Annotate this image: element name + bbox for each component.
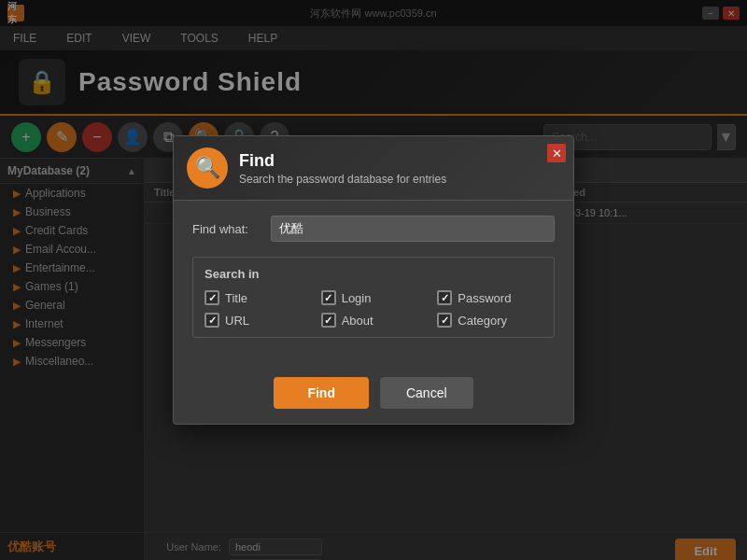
modal-close-button[interactable]: ✕: [547, 144, 566, 162]
find-label: Find what:: [192, 222, 260, 236]
modal-header: 🔍 Find Search the password database for …: [174, 136, 573, 201]
checkbox-login[interactable]: Login: [321, 290, 427, 305]
checkbox-password[interactable]: Password: [437, 290, 543, 305]
modal-overlay: 🔍 Find Search the password database for …: [0, 0, 747, 560]
checkbox-password-label: Password: [458, 291, 511, 305]
search-in-title: Search in: [204, 267, 543, 281]
checkbox-grid: Title Login Password URL: [204, 290, 543, 328]
modal-title: Find: [239, 151, 446, 171]
checkbox-category-box: [437, 313, 452, 328]
checkbox-about-label: About: [342, 314, 374, 328]
checkbox-login-label: Login: [342, 291, 372, 305]
checkbox-url-box: [204, 313, 219, 328]
checkbox-category-label: Category: [458, 314, 507, 328]
modal-title-area: Find Search the password database for en…: [239, 151, 446, 186]
checkbox-login-box: [321, 290, 336, 305]
checkbox-url-label: URL: [225, 314, 249, 328]
checkbox-password-box: [437, 290, 452, 305]
cancel-button[interactable]: Cancel: [380, 377, 473, 409]
find-button[interactable]: Find: [274, 377, 369, 409]
find-dialog: 🔍 Find Search the password database for …: [173, 135, 574, 425]
find-row: Find what:: [192, 216, 555, 242]
modal-subtitle: Search the password database for entries: [239, 173, 446, 186]
checkbox-title-box: [204, 290, 219, 305]
checkbox-title-label: Title: [225, 291, 247, 305]
modal-body: Find what: Search in Title Login: [174, 201, 573, 368]
checkbox-url[interactable]: URL: [204, 313, 310, 328]
find-input[interactable]: [271, 216, 555, 242]
checkbox-category[interactable]: Category: [437, 313, 543, 328]
modal-footer: Find Cancel: [174, 368, 573, 424]
checkbox-title[interactable]: Title: [204, 290, 310, 305]
checkbox-about[interactable]: About: [321, 313, 427, 328]
modal-icon: 🔍: [187, 147, 228, 189]
checkbox-about-box: [321, 313, 336, 328]
search-in-box: Search in Title Login Password: [192, 257, 555, 338]
